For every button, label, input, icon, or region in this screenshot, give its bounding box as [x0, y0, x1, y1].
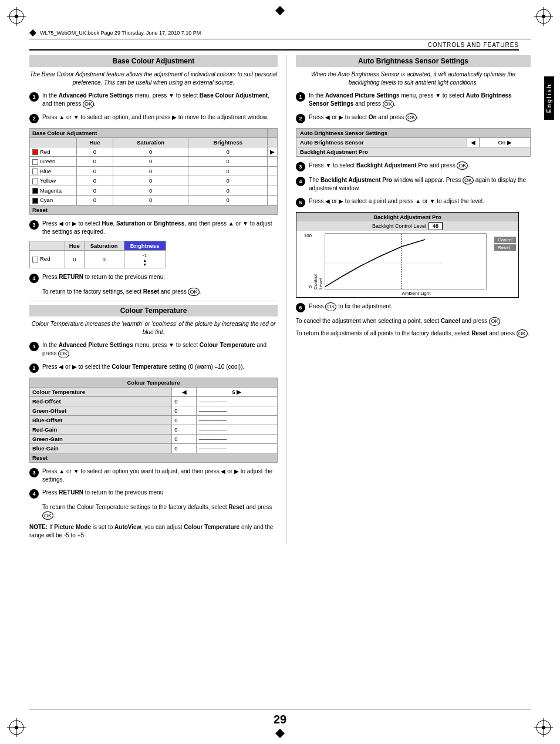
- base-colour-desc: The Base Colour Adjustment feature allow…: [29, 70, 278, 87]
- svg-point-3: [15, 15, 18, 18]
- colour-temperature-section: Colour Temperature Colour Temperature in…: [29, 305, 278, 540]
- ct-step-4: 4 Press RETURN to return to the previous…: [29, 489, 278, 499]
- abs-step-num-1: 1: [296, 92, 305, 102]
- header-filename: WL75_WebOM_UK.book Page 29 Thursday, Jun…: [40, 30, 201, 36]
- abs-step-2-text: Press ◀ or ▶ to select On and press OK.: [309, 113, 531, 122]
- right-column: Auto Brightness Sensor Settings When the…: [287, 55, 542, 544]
- page-number: 29: [274, 713, 286, 726]
- small-adjust-table: Hue Saturation Brightness Red 0 0 -1: [29, 241, 166, 268]
- base-step-4: 4 Press RETURN to return to the previous…: [29, 273, 278, 283]
- colour-temp-title: Colour Temperature: [29, 305, 278, 317]
- diamond-bottom: [275, 729, 285, 738]
- abs-step-5-text: Press ◀ or ▶ to select a point and press…: [309, 197, 531, 206]
- base-step-3: 3 Press ◀ or ▶ to select Hue, Saturation…: [29, 220, 278, 236]
- corner-crosshair-tl: [5, 5, 28, 28]
- chart-body: 100 0 ControlLevel: [296, 231, 518, 289]
- step-3-text: Press ◀ or ▶ to select Hue, Saturation o…: [42, 220, 278, 236]
- base-step-2: 2 Press ▲ or ▼ to select an option, and …: [29, 113, 278, 123]
- abs-step-num-5: 5: [296, 198, 305, 207]
- ct-step-4-text: Press RETURN to return to the previous m…: [42, 489, 278, 497]
- step-num-1: 1: [29, 92, 39, 102]
- left-column: Base Colour Adjustment The Base Colour A…: [29, 55, 287, 544]
- step-4-text: Press RETURN to return to the previous m…: [42, 273, 278, 281]
- svg-point-7: [542, 15, 545, 18]
- abs-step-2: 2 Press ◀ or ▶ to select On and press OK…: [296, 113, 531, 123]
- chart-subtitle: Backlight Control Level 48: [296, 221, 518, 231]
- step-num-3: 3: [29, 220, 39, 230]
- step-num-2: 2: [29, 114, 39, 123]
- abs-reset-note: To return the adjustments of all points …: [296, 329, 531, 338]
- base-colour-section: Base Colour Adjustment The Base Colour A…: [29, 55, 278, 296]
- controls-and-features-label: CONTROLS AND FEATURES: [29, 42, 519, 51]
- abs-step-3: 3 Press ▼ to select Backlight Adjustment…: [296, 161, 531, 171]
- step-1-text: In the Advanced Picture Settings menu, p…: [42, 92, 278, 109]
- chart-x-label: Ambient Light: [314, 289, 518, 297]
- step-2-text: Press ▲ or ▼ to select an option, and th…: [42, 113, 278, 122]
- abs-step-num-4: 4: [296, 177, 305, 186]
- chart-reset-btn[interactable]: Reset: [494, 244, 516, 251]
- auto-brightness-title: Auto Brightness Sensor Settings: [296, 55, 531, 67]
- chart-plot-area: [325, 233, 487, 289]
- diamond-top: [275, 6, 285, 15]
- ct-step-3: 3 Press ▲ or ▼ to select an option you w…: [29, 467, 278, 484]
- abs-step-6: 6 Press OK to fix the adjustment.: [296, 302, 531, 312]
- svg-marker-16: [275, 6, 285, 15]
- abs-step-6-text: Press OK to fix the adjustment.: [309, 302, 531, 311]
- chart-title: Backlight Adjustment Pro: [296, 213, 518, 221]
- abs-step-5: 5 Press ◀ or ▶ to select a point and pre…: [296, 197, 531, 207]
- corner-crosshair-tr: [532, 5, 555, 28]
- abs-step-4: 4 The Backlight Adjustment Pro window wi…: [296, 176, 531, 193]
- auto-brightness-section: Auto Brightness Sensor Settings When the…: [296, 55, 531, 338]
- abs-table: Auto Brightness Sensor Settings Auto Bri…: [296, 128, 531, 157]
- colour-temp-table: Colour Temperature Colour Temperature ◀ …: [29, 378, 278, 463]
- ct-step-2-text: Press ◀ or ▶ to select the Colour Temper…: [42, 363, 278, 371]
- abs-step-1-text: In the Advanced Picture Settings menu, p…: [309, 92, 531, 109]
- abs-step-4-text: The Backlight Adjustment Pro window will…: [309, 176, 531, 193]
- abs-step-num-3: 3: [296, 162, 305, 171]
- ct-step-num-3: 3: [29, 468, 39, 477]
- language-tab: English: [544, 76, 554, 120]
- ct-step-1-text: In the Advanced Picture Settings menu, p…: [42, 341, 278, 358]
- auto-brightness-desc: When the Auto Brightness Sensor is activ…: [296, 70, 531, 87]
- svg-marker-18: [29, 29, 36, 36]
- abs-cancel-note: To cancel the adjustment when selecting …: [296, 317, 531, 326]
- ct-step-num-2: 2: [29, 363, 39, 373]
- chart-buttons: Cancel Reset: [494, 237, 516, 251]
- base-step4-note: To return to the factory settings, selec…: [42, 288, 278, 297]
- abs-step-1: 1 In the Advanced Picture Settings menu,…: [296, 92, 531, 109]
- ct-step-num-1: 1: [29, 342, 39, 351]
- abs-step-num-6: 6: [296, 303, 305, 312]
- abs-step-num-2: 2: [296, 114, 305, 123]
- base-step-1: 1 In the Advanced Picture Settings menu,…: [29, 92, 278, 109]
- ct-note: NOTE: If Picture Mode is set to AutoView…: [29, 523, 278, 540]
- base-colour-table-header: Base Colour Adjustment: [30, 128, 268, 137]
- backlight-chart: Backlight Adjustment Pro Backlight Contr…: [296, 212, 519, 298]
- ct-step4-note: To return the Colour Temperature setting…: [42, 503, 278, 520]
- colour-temp-desc: Colour Temperature increases the 'warmth…: [29, 320, 278, 336]
- ct-step-2: 2 Press ◀ or ▶ to select the Colour Temp…: [29, 363, 278, 373]
- svg-marker-17: [275, 729, 285, 738]
- base-colour-title: Base Colour Adjustment: [29, 55, 278, 67]
- base-colour-table: Base Colour Adjustment Hue Saturation Br…: [29, 128, 278, 215]
- ct-step-num-4: 4: [29, 489, 39, 499]
- step-num-4: 4: [29, 274, 39, 283]
- chart-line-svg: [325, 234, 486, 289]
- chart-cancel-btn[interactable]: Cancel: [494, 237, 516, 243]
- chart-y-label: ControlLevel: [313, 233, 323, 289]
- ct-step-3-text: Press ▲ or ▼ to select an option you wan…: [42, 467, 278, 484]
- abs-step-3-text: Press ▼ to select Backlight Adjustment P…: [309, 161, 531, 170]
- ct-step-1: 1 In the Advanced Picture Settings menu,…: [29, 341, 278, 358]
- reset-label-1: Reset: [30, 205, 278, 214]
- diamond-header-left: [29, 29, 36, 36]
